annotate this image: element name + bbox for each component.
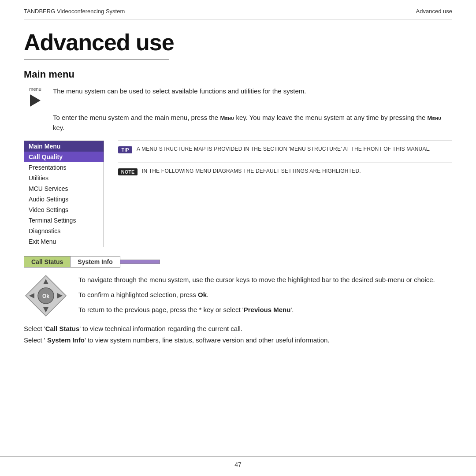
press-text-part3: key. bbox=[53, 124, 64, 131]
page-number: 47 bbox=[234, 461, 242, 468]
footer-select1-bold: Call Status bbox=[45, 325, 80, 332]
header-left: TANDBERG Videoconferencing System bbox=[24, 8, 125, 15]
menu-item[interactable]: Presentations bbox=[24, 162, 104, 173]
status-item[interactable] bbox=[120, 260, 160, 264]
dpad-icon: Ok bbox=[25, 275, 67, 317]
footer-selects: Select 'Call Status' to view technical i… bbox=[24, 323, 452, 346]
press-text-part1: To enter the menu system and the main me… bbox=[53, 114, 220, 121]
note-box: NOTE In the following menu diagrams the … bbox=[118, 163, 452, 180]
dpad-area: Ok bbox=[24, 275, 68, 317]
footer-select2-bold: System Info bbox=[47, 336, 85, 344]
section-heading: Main menu bbox=[24, 69, 452, 80]
status-item[interactable]: Call Status bbox=[24, 256, 71, 268]
nav-text3-end: '. bbox=[290, 306, 294, 313]
menu-icon-area: menu bbox=[24, 86, 47, 108]
tip-label: TIP bbox=[118, 146, 132, 153]
menu-item[interactable]: Utilities bbox=[24, 173, 104, 183]
nav-section: Ok To navigate through the menu system, … bbox=[24, 275, 452, 317]
menu-icon-label: menu bbox=[29, 86, 41, 92]
page-footer: 47 bbox=[0, 456, 476, 468]
page-header: TANDBERG Videoconferencing System Advanc… bbox=[24, 0, 452, 19]
svg-text:Ok: Ok bbox=[42, 293, 49, 299]
menu-item[interactable]: Call Quality bbox=[24, 152, 104, 162]
footer-select1-pre: Select ' bbox=[24, 325, 45, 332]
content-area: Main MenuCall QualityPresentationsUtilit… bbox=[24, 141, 452, 247]
tips-area: TIP A menu structure map is provided in … bbox=[118, 141, 452, 247]
footer-select2-pre: Select ' bbox=[24, 336, 47, 344]
menu-item[interactable]: Terminal Settings bbox=[24, 215, 104, 226]
status-item[interactable]: System Info bbox=[71, 256, 120, 268]
header-right: Advanced use bbox=[416, 8, 452, 15]
status-bar: Call StatusSystem Info bbox=[24, 256, 452, 268]
title-divider bbox=[24, 59, 169, 60]
menu-box: Main MenuCall QualityPresentationsUtilit… bbox=[24, 141, 104, 247]
nav-text3-bold: Previous Menu bbox=[244, 306, 291, 313]
menu-item[interactable]: Diagnostics bbox=[24, 226, 104, 236]
menu-item[interactable]: MCU Services bbox=[24, 183, 104, 194]
menu-item[interactable]: Video Settings bbox=[24, 205, 104, 215]
press-text-menu2: Menu bbox=[428, 115, 442, 121]
nav-text2: To confirm a highlighted selection, pres… bbox=[78, 291, 198, 298]
arrow-icon bbox=[28, 93, 42, 108]
intro-text: The menu system can be used to select av… bbox=[53, 86, 452, 97]
menu-item[interactable]: Exit Menu bbox=[24, 236, 104, 247]
press-text-menu1: Menu bbox=[220, 115, 234, 121]
note-text: In the following menu diagrams the defau… bbox=[142, 167, 361, 175]
menu-item[interactable]: Audio Settings bbox=[24, 194, 104, 205]
press-text: To enter the menu system and the main me… bbox=[53, 113, 452, 133]
nav-text-area: To navigate through the menu system, use… bbox=[78, 275, 452, 315]
note-label: NOTE bbox=[118, 168, 138, 175]
tip-text: A menu structure map is provided in the … bbox=[137, 145, 431, 153]
press-text-part2: key. You may leave the menu system at an… bbox=[234, 114, 427, 121]
page: TANDBERG Videoconferencing System Advanc… bbox=[0, 0, 476, 476]
nav-text2-end: . bbox=[207, 291, 208, 298]
svg-marker-0 bbox=[30, 94, 41, 107]
nav-text1: To navigate through the menu system, use… bbox=[78, 275, 452, 285]
footer-select2: Select ' System Info' to view system num… bbox=[24, 335, 452, 346]
tip-box: TIP A menu structure map is provided in … bbox=[118, 141, 452, 158]
footer-select1-end: ' to view technical information regardin… bbox=[79, 325, 242, 332]
footer-select2-end: ' to view system numbers, line status, s… bbox=[85, 336, 330, 344]
footer-select1: Select 'Call Status' to view technical i… bbox=[24, 323, 452, 335]
nav-text3-pre: To return to the previous page, press th… bbox=[78, 306, 244, 313]
menu-item[interactable]: Main Menu bbox=[24, 141, 104, 152]
nav-text2-line: To confirm a highlighted selection, pres… bbox=[78, 290, 452, 300]
intro-row: menu The menu system can be used to sele… bbox=[24, 86, 452, 108]
nav-ok: Ok bbox=[198, 291, 207, 298]
nav-text3-line: To return to the previous page, press th… bbox=[78, 305, 452, 315]
page-title: Advanced use bbox=[24, 29, 452, 56]
